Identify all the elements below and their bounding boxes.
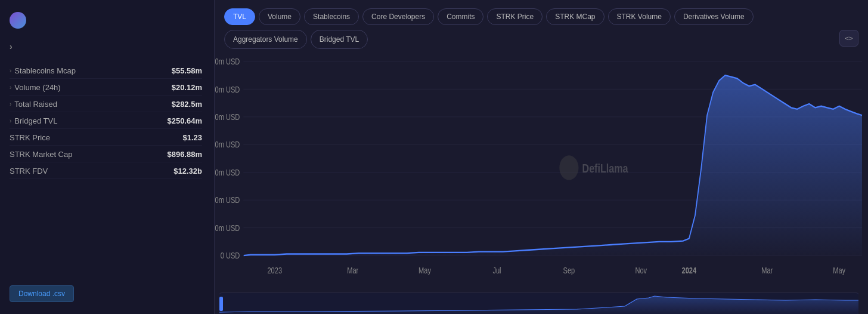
svg-text:Mar: Mar xyxy=(761,265,773,275)
tab-strk-mcap[interactable]: STRK MCap xyxy=(546,8,604,25)
tab-stablecoins[interactable]: Stablecoins xyxy=(304,8,359,25)
svg-text:DefiLlama: DefiLlama xyxy=(582,161,629,175)
metric-label-text: Total Raised xyxy=(14,100,57,109)
svg-text:Mar: Mar xyxy=(347,265,359,275)
tab-strk-price[interactable]: STRK Price xyxy=(487,8,542,25)
metric-row: STRK FDV$12.32b xyxy=(10,164,202,179)
metric-row[interactable]: ›Bridged TVL$250.64m xyxy=(10,113,202,129)
metric-label: ›Stablecoins Mcap xyxy=(10,66,76,75)
tab-volume[interactable]: Volume xyxy=(259,8,300,25)
svg-text:Nov: Nov xyxy=(635,265,647,275)
metric-value: $20.12m xyxy=(172,83,202,92)
metric-value: $282.5m xyxy=(172,100,202,109)
metric-row[interactable]: ›Total Raised$282.5m xyxy=(10,97,202,112)
expand-arrow-icon: › xyxy=(10,118,11,124)
metric-value: $12.32b xyxy=(173,167,202,176)
tvl-chart: 350m USD 300m USD 250m USD 200m USD 150m… xyxy=(215,54,863,293)
svg-text:250m USD: 250m USD xyxy=(215,112,240,122)
expand-arrow[interactable]: › xyxy=(10,42,13,51)
svg-rect-28 xyxy=(219,293,858,314)
svg-text:May: May xyxy=(418,265,431,275)
main-content: TVLVolumeStablecoinsCore DevelopersCommi… xyxy=(215,0,868,314)
metric-value: $55.58m xyxy=(172,66,202,75)
tab-commits[interactable]: Commits xyxy=(438,8,483,25)
metric-label: STRK FDV xyxy=(10,167,48,176)
metric-label-text: STRK FDV xyxy=(10,167,48,176)
embed-button[interactable]: <> xyxy=(839,30,858,47)
metric-row: STRK Market Cap$896.88m xyxy=(10,147,202,162)
secondary-tabs-row: Aggregators VolumeBridged TVL <> xyxy=(215,30,868,54)
svg-text:200m USD: 200m USD xyxy=(215,140,240,150)
svg-text:350m USD: 350m USD xyxy=(215,57,240,67)
metric-label: ›Volume (24h) xyxy=(10,83,61,92)
svg-text:Sep: Sep xyxy=(563,265,575,275)
metric-row: STRK Price$1.23 xyxy=(10,130,202,146)
metrics-list: ›Stablecoins Mcap$55.58m›Volume (24h)$20… xyxy=(10,63,202,273)
expand-arrow-icon: › xyxy=(10,67,11,74)
download-csv-button[interactable]: Download .csv xyxy=(10,285,74,302)
metric-label-text: STRK Price xyxy=(10,133,50,142)
svg-text:150m USD: 150m USD xyxy=(215,167,240,177)
tab-tvl[interactable]: TVL xyxy=(224,8,255,25)
expand-arrow-icon: › xyxy=(10,101,11,107)
metric-label: ›Total Raised xyxy=(10,100,57,109)
metric-label-text: STRK Market Cap xyxy=(10,150,72,159)
metric-value: $250.64m xyxy=(167,116,202,125)
svg-rect-29 xyxy=(219,297,223,311)
svg-text:50m USD: 50m USD xyxy=(215,223,240,233)
metric-label-text: Bridged TVL xyxy=(14,116,57,125)
svg-text:Jul: Jul xyxy=(492,265,501,275)
app-header xyxy=(10,12,202,29)
chart-container: 350m USD 300m USD 250m USD 200m USD 150m… xyxy=(215,54,868,314)
tab-strk-volume[interactable]: STRK Volume xyxy=(608,8,671,25)
metric-row[interactable]: ›Stablecoins Mcap$55.58m xyxy=(10,63,202,79)
metric-row[interactable]: ›Volume (24h)$20.12m xyxy=(10,80,202,96)
sidebar: › ›Stablecoins Mcap$55.58m›Volume (24h)$… xyxy=(0,0,215,314)
metric-value: $1.23 xyxy=(182,133,202,142)
metric-label-text: Stablecoins Mcap xyxy=(14,66,76,75)
svg-text:0 USD: 0 USD xyxy=(221,251,240,261)
primary-tabs: TVLVolumeStablecoinsCore DevelopersCommi… xyxy=(215,0,868,30)
range-mini-chart xyxy=(219,293,858,314)
tab-derivatives-volume[interactable]: Derivatives Volume xyxy=(674,8,754,25)
metric-label: STRK Price xyxy=(10,133,50,142)
metric-label-text: Volume (24h) xyxy=(14,83,60,92)
range-slider[interactable] xyxy=(219,293,858,314)
total-value-amount: › xyxy=(10,42,202,51)
metric-label: ›Bridged TVL xyxy=(10,116,57,125)
metric-value: $896.88m xyxy=(167,150,202,159)
tab-secondary-aggregators-volume[interactable]: Aggregators Volume xyxy=(224,30,307,49)
svg-text:300m USD: 300m USD xyxy=(215,84,240,94)
metric-label: STRK Market Cap xyxy=(10,150,72,159)
tab-core-developers[interactable]: Core Developers xyxy=(362,8,434,25)
app-logo xyxy=(10,12,26,29)
tab-secondary-bridged-tvl[interactable]: Bridged TVL xyxy=(311,30,368,49)
svg-point-26 xyxy=(559,155,578,180)
chart-main: 350m USD 300m USD 250m USD 200m USD 150m… xyxy=(215,54,863,293)
svg-text:May: May xyxy=(833,265,845,275)
svg-text:100m USD: 100m USD xyxy=(215,195,240,205)
svg-text:2023: 2023 xyxy=(267,265,282,275)
expand-arrow-icon: › xyxy=(10,84,11,91)
svg-text:2024: 2024 xyxy=(682,265,697,275)
